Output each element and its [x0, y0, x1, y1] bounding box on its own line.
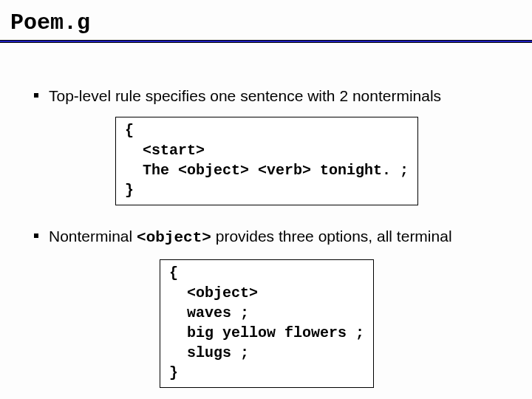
bullet-text-2: Nonterminal <object> provides three opti…: [49, 226, 452, 248]
slide: Poem.g Top-level rule specifies one sent…: [0, 0, 532, 399]
code-block-2-wrap: { <object> waves ; big yellow flowers ; …: [160, 259, 502, 388]
page-title: Poem.g: [0, 0, 532, 40]
bullet-text-1: Top-level rule specifies one sentence wi…: [49, 86, 441, 106]
bullet-item: Top-level rule specifies one sentence wi…: [30, 86, 502, 106]
code-block-2: { <object> waves ; big yellow flowers ; …: [160, 259, 374, 388]
bullet-2-code: <object>: [137, 229, 211, 246]
code-block-1: { <start> The <object> <verb> tonight. ;…: [115, 117, 418, 205]
bullet-2-suffix: provides three options, all terminal: [211, 228, 452, 245]
content-area: Top-level rule specifies one sentence wi…: [0, 43, 532, 388]
code-block-1-wrap: { <start> The <object> <verb> tonight. ;…: [115, 117, 502, 205]
bullet-dot-icon: [34, 93, 38, 98]
bullet-item: Nonterminal <object> provides three opti…: [30, 226, 502, 248]
bullet-dot-icon: [34, 233, 38, 238]
bullet-2-prefix: Nonterminal: [49, 228, 137, 245]
